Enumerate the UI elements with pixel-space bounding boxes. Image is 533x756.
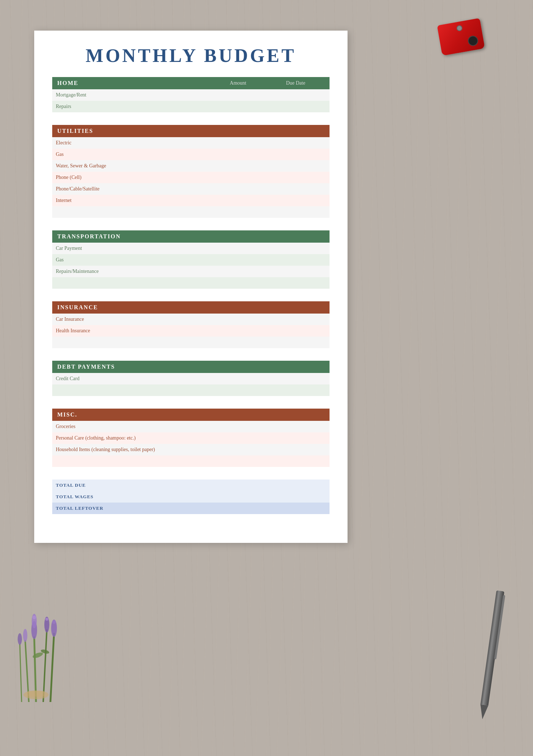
duedate-input[interactable] <box>263 185 327 193</box>
amount-input[interactable] <box>194 446 257 454</box>
duedate-input-cell[interactable] <box>260 243 330 254</box>
amount-input[interactable] <box>194 174 257 181</box>
duedate-input-cell[interactable] <box>260 432 330 444</box>
amount-input[interactable] <box>194 504 257 512</box>
amount-input-cell[interactable] <box>191 183 260 195</box>
duedate-input-cell[interactable] <box>260 172 330 183</box>
amount-input[interactable] <box>194 267 257 275</box>
duedate-input-cell[interactable] <box>260 337 330 348</box>
amount-input[interactable] <box>194 434 257 442</box>
duedate-input-cell[interactable] <box>260 149 330 160</box>
amount-input[interactable] <box>194 375 257 383</box>
duedate-input-cell[interactable] <box>260 325 330 337</box>
amount-input[interactable] <box>194 208 257 216</box>
amount-input[interactable] <box>194 493 257 501</box>
duedate-input[interactable] <box>263 103 327 111</box>
amount-input[interactable] <box>194 457 257 465</box>
duedate-input-cell[interactable] <box>260 206 330 218</box>
duedate-input[interactable] <box>263 504 327 512</box>
duedate-input-cell[interactable] <box>260 160 330 172</box>
amount-input[interactable] <box>194 91 257 99</box>
duedate-input-cell[interactable] <box>260 421 330 432</box>
amount-input[interactable] <box>194 423 257 431</box>
duedate-input[interactable] <box>263 423 327 431</box>
amount-input[interactable] <box>194 256 257 264</box>
duedate-input-cell[interactable] <box>260 480 330 491</box>
amount-input-cell[interactable] <box>191 195 260 206</box>
amount-input-cell[interactable] <box>191 149 260 160</box>
amount-input-cell[interactable] <box>191 243 260 254</box>
amount-input[interactable] <box>194 327 257 335</box>
duedate-input[interactable] <box>263 481 327 489</box>
duedate-input[interactable] <box>263 327 327 335</box>
duedate-input-cell[interactable] <box>260 455 330 467</box>
duedate-input[interactable] <box>263 315 327 323</box>
duedate-input-cell[interactable] <box>260 254 330 266</box>
amount-input[interactable] <box>194 103 257 111</box>
duedate-input-cell[interactable] <box>260 195 330 206</box>
duedate-input-cell[interactable] <box>260 183 330 195</box>
duedate-input[interactable] <box>263 434 327 442</box>
amount-input-cell[interactable] <box>191 172 260 183</box>
amount-input[interactable] <box>194 139 257 147</box>
amount-input-cell[interactable] <box>191 384 260 396</box>
amount-input[interactable] <box>194 150 257 158</box>
amount-input-cell[interactable] <box>191 455 260 467</box>
duedate-input[interactable] <box>263 446 327 454</box>
duedate-input-cell[interactable] <box>260 89 330 101</box>
amount-input-cell[interactable] <box>191 101 260 112</box>
duedate-input[interactable] <box>263 256 327 264</box>
amount-input-cell[interactable] <box>191 314 260 325</box>
amount-input-cell[interactable] <box>191 160 260 172</box>
duedate-input[interactable] <box>263 208 327 216</box>
duedate-input[interactable] <box>263 197 327 204</box>
duedate-input-cell[interactable] <box>260 314 330 325</box>
duedate-input[interactable] <box>263 279 327 287</box>
amount-input[interactable] <box>194 338 257 346</box>
amount-input[interactable] <box>194 162 257 170</box>
amount-input-cell[interactable] <box>191 491 260 503</box>
amount-input-cell[interactable] <box>191 137 260 149</box>
duedate-input[interactable] <box>263 457 327 465</box>
amount-input[interactable] <box>194 315 257 323</box>
duedate-input-cell[interactable] <box>260 266 330 277</box>
amount-input-cell[interactable] <box>191 421 260 432</box>
amount-input-cell[interactable] <box>191 503 260 514</box>
duedate-input[interactable] <box>263 267 327 275</box>
amount-input-cell[interactable] <box>191 325 260 337</box>
duedate-input-cell[interactable] <box>260 491 330 503</box>
duedate-input[interactable] <box>263 375 327 383</box>
amount-input[interactable] <box>194 197 257 204</box>
amount-input-cell[interactable] <box>191 373 260 384</box>
amount-input-cell[interactable] <box>191 337 260 348</box>
amount-input[interactable] <box>194 244 257 252</box>
amount-input[interactable] <box>194 481 257 489</box>
duedate-input[interactable] <box>263 174 327 181</box>
duedate-input-cell[interactable] <box>260 444 330 455</box>
amount-input-cell[interactable] <box>191 266 260 277</box>
duedate-input-cell[interactable] <box>260 101 330 112</box>
duedate-input-cell[interactable] <box>260 503 330 514</box>
amount-input-cell[interactable] <box>191 444 260 455</box>
duedate-input[interactable] <box>263 162 327 170</box>
duedate-input[interactable] <box>263 150 327 158</box>
amount-input[interactable] <box>194 185 257 193</box>
duedate-input-cell[interactable] <box>260 277 330 289</box>
amount-input-cell[interactable] <box>191 480 260 491</box>
amount-input-cell[interactable] <box>191 254 260 266</box>
amount-input-cell[interactable] <box>191 432 260 444</box>
duedate-input[interactable] <box>263 244 327 252</box>
amount-input-cell[interactable] <box>191 206 260 218</box>
duedate-input[interactable] <box>263 493 327 501</box>
amount-input-cell[interactable] <box>191 277 260 289</box>
duedate-input-cell[interactable] <box>260 137 330 149</box>
amount-input-cell[interactable] <box>191 89 260 101</box>
duedate-input-cell[interactable] <box>260 373 330 384</box>
amount-input[interactable] <box>194 386 257 394</box>
duedate-input-cell[interactable] <box>260 384 330 396</box>
duedate-input[interactable] <box>263 386 327 394</box>
amount-input[interactable] <box>194 279 257 287</box>
duedate-input[interactable] <box>263 91 327 99</box>
duedate-input[interactable] <box>263 338 327 346</box>
duedate-input[interactable] <box>263 139 327 147</box>
